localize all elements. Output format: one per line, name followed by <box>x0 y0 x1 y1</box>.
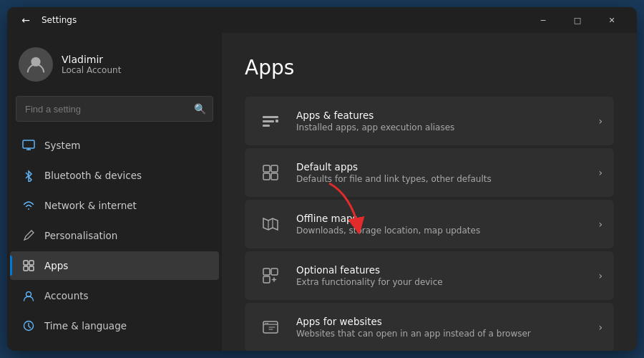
sidebar-item-label-bluetooth: Bluetooth & devices <box>44 170 142 181</box>
offline-maps-text: Offline maps Downloads, storage location… <box>296 213 587 236</box>
network-icon <box>21 198 36 213</box>
svg-rect-3 <box>29 261 34 265</box>
apps-features-text: Apps & features Installed apps, app exec… <box>296 110 587 132</box>
svg-rect-17 <box>271 268 278 275</box>
apps-features-icon <box>256 107 285 135</box>
chevron-icon: › <box>598 321 602 333</box>
sidebar-item-label-time: Time & language <box>44 320 127 332</box>
search-input[interactable] <box>16 96 213 122</box>
settings-item-apps-features[interactable]: Apps & features Installed apps, app exec… <box>245 97 614 145</box>
chevron-icon: › <box>598 167 602 178</box>
svg-rect-13 <box>271 165 278 172</box>
sidebar-item-label-system: System <box>44 140 80 151</box>
titlebar: ← Settings ─ □ ✕ <box>7 7 637 33</box>
sidebar-item-label-personalisation: Personalisation <box>44 230 117 241</box>
sidebar-item-label-apps: Apps <box>44 260 68 271</box>
back-button[interactable]: ← <box>16 10 36 30</box>
svg-rect-16 <box>263 268 270 275</box>
svg-rect-18 <box>263 276 270 283</box>
accounts-icon <box>21 289 36 303</box>
sidebar-item-accounts[interactable]: Accounts <box>10 281 219 310</box>
apps-icon <box>21 258 36 273</box>
apps-websites-text: Apps for websites Websites that can open… <box>296 316 587 339</box>
window-title: Settings <box>42 15 527 25</box>
sidebar-item-personalisation[interactable]: Personalisation <box>10 221 219 250</box>
chevron-icon: › <box>598 115 602 127</box>
time-icon <box>21 319 36 333</box>
settings-window: ← Settings ─ □ ✕ Vladimir Local Account <box>7 7 637 351</box>
chevron-icon: › <box>598 218 602 230</box>
sidebar-item-bluetooth[interactable]: Bluetooth & devices <box>10 161 219 190</box>
offline-maps-icon <box>256 210 285 238</box>
user-name: Vladimir <box>62 54 121 65</box>
main-content: Vladimir Local Account 🔍 System <box>7 33 637 351</box>
optional-features-icon <box>256 261 285 290</box>
svg-rect-9 <box>263 120 274 122</box>
svg-rect-12 <box>263 165 270 172</box>
maximize-button[interactable]: □ <box>561 9 594 32</box>
offline-maps-label: Offline maps <box>296 213 587 224</box>
apps-features-desc: Installed apps, app execution aliases <box>296 122 587 132</box>
user-account-type: Local Account <box>62 65 121 75</box>
minimize-button[interactable]: ─ <box>527 9 560 32</box>
optional-features-label: Optional features <box>296 264 587 276</box>
sidebar-item-apps[interactable]: Apps <box>10 251 219 280</box>
user-profile[interactable]: Vladimir Local Account <box>7 39 222 93</box>
settings-item-default-apps[interactable]: Default apps Defaults for file and link … <box>245 148 614 197</box>
svg-rect-1 <box>23 140 34 148</box>
avatar <box>19 47 53 82</box>
default-apps-desc: Defaults for file and link types, other … <box>296 174 587 184</box>
default-apps-text: Default apps Defaults for file and link … <box>296 161 587 184</box>
sidebar-item-system[interactable]: System <box>10 131 219 160</box>
svg-rect-8 <box>263 116 278 118</box>
page-title: Apps <box>245 56 614 79</box>
svg-rect-4 <box>24 266 28 271</box>
svg-rect-10 <box>263 125 270 127</box>
default-apps-icon <box>256 158 285 187</box>
optional-features-text: Optional features Extra functionality fo… <box>296 264 587 287</box>
search-icon: 🔍 <box>194 103 206 115</box>
default-apps-label: Default apps <box>296 161 587 173</box>
svg-rect-11 <box>275 120 278 122</box>
svg-rect-2 <box>24 261 28 265</box>
sidebar: Vladimir Local Account 🔍 System <box>7 33 222 351</box>
offline-maps-desc: Downloads, storage location, map updates <box>296 226 587 236</box>
main-panel-wrapper: Apps Apps & feat <box>222 33 637 351</box>
close-button[interactable]: ✕ <box>595 9 628 32</box>
settings-list: Apps & features Installed apps, app exec… <box>245 97 614 351</box>
apps-features-label: Apps & features <box>296 110 587 121</box>
optional-features-desc: Extra functionality for your device <box>296 277 587 287</box>
sidebar-item-label-network: Network & internet <box>44 200 137 211</box>
chevron-icon: › <box>598 270 602 281</box>
apps-websites-icon <box>256 313 285 342</box>
main-panel: Apps Apps & feat <box>222 33 637 351</box>
apps-websites-desc: Websites that can open in an app instead… <box>296 329 587 339</box>
settings-item-offline-maps[interactable]: Offline maps Downloads, storage location… <box>245 200 614 248</box>
sidebar-item-time[interactable]: Time & language <box>10 311 219 340</box>
apps-websites-label: Apps for websites <box>296 316 587 327</box>
bluetooth-icon <box>21 168 36 183</box>
svg-rect-5 <box>29 266 34 271</box>
sidebar-item-label-accounts: Accounts <box>44 290 89 301</box>
sidebar-item-network[interactable]: Network & internet <box>10 191 219 220</box>
user-info: Vladimir Local Account <box>62 54 121 75</box>
window-controls: ─ □ ✕ <box>527 9 628 32</box>
system-icon <box>21 138 36 153</box>
search-box: 🔍 <box>16 96 213 122</box>
settings-item-optional-features[interactable]: Optional features Extra functionality fo… <box>245 251 614 300</box>
settings-item-apps-websites[interactable]: Apps for websites Websites that can open… <box>245 303 614 351</box>
svg-rect-15 <box>271 173 278 180</box>
personalisation-icon <box>21 228 36 243</box>
svg-rect-14 <box>263 173 270 180</box>
